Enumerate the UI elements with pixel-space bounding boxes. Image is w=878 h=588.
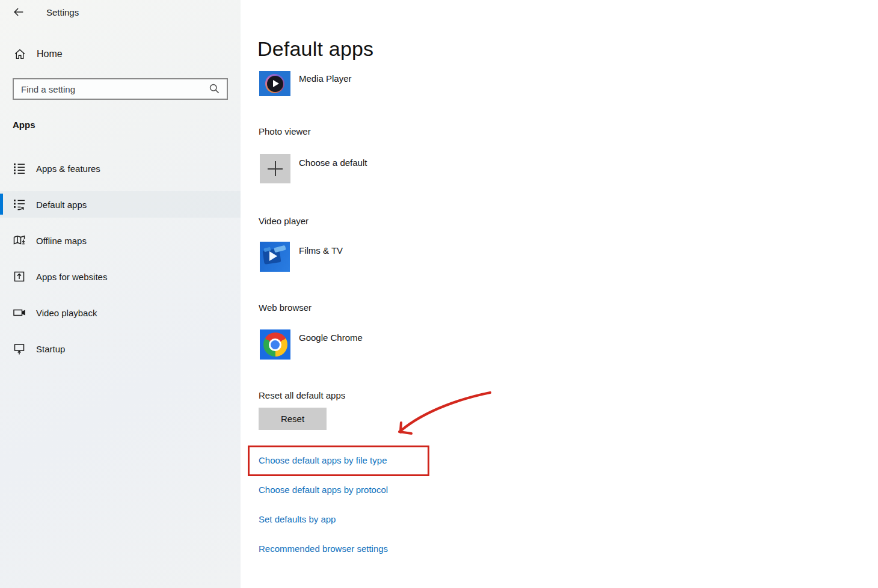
- sidebar-item-video-playback[interactable]: Video playback: [0, 299, 241, 326]
- sidebar-item-label: Startup: [36, 344, 65, 354]
- startup-icon: [12, 341, 26, 356]
- sidebar-section-apps: Apps: [13, 120, 35, 130]
- page-title: Default apps: [257, 37, 373, 61]
- default-apps-icon: [12, 197, 26, 212]
- annotation-arrow-icon: [385, 376, 505, 445]
- default-app-music[interactable]: Media Player: [299, 73, 352, 85]
- sidebar: Settings Home Apps: [0, 0, 241, 588]
- default-app-web-browser[interactable]: Google Chrome: [299, 332, 363, 344]
- sidebar-item-apps-for-websites[interactable]: Apps for websites: [0, 263, 241, 290]
- google-chrome-icon[interactable]: [260, 329, 290, 360]
- link-recommended-browser-settings[interactable]: Recommended browser settings: [259, 543, 388, 555]
- sidebar-item-startup[interactable]: Startup: [0, 335, 241, 362]
- sidebar-item-apps-features[interactable]: Apps & features: [0, 155, 241, 182]
- default-app-video-player[interactable]: Films & TV: [299, 245, 343, 257]
- sidebar-item-label: Video playback: [36, 308, 97, 318]
- reset-button[interactable]: Reset: [259, 408, 327, 430]
- link-choose-by-file-type[interactable]: Choose default apps by file type: [259, 455, 387, 467]
- media-player-ring: [265, 74, 284, 93]
- sidebar-item-default-apps[interactable]: Default apps: [0, 191, 241, 218]
- sidebar-item-label: Apps & features: [36, 164, 100, 174]
- category-photo-viewer: Photo viewer: [259, 126, 311, 138]
- link-set-defaults-by-app[interactable]: Set defaults by app: [259, 513, 336, 525]
- back-arrow-icon[interactable]: [12, 5, 25, 19]
- video-playback-icon: [12, 305, 26, 320]
- media-player-icon[interactable]: [259, 71, 290, 96]
- sidebar-item-offline-maps[interactable]: Offline maps: [0, 227, 241, 254]
- category-web-browser: Web browser: [259, 302, 312, 314]
- selected-accent-bar: [0, 194, 3, 215]
- default-app-photo-viewer[interactable]: Choose a default: [299, 157, 367, 169]
- home-icon: [13, 47, 26, 61]
- category-video-player: Video player: [259, 215, 309, 227]
- sidebar-item-home[interactable]: Home: [0, 41, 241, 67]
- sidebar-item-label: Home: [37, 49, 63, 60]
- apps-for-websites-icon: [12, 269, 26, 284]
- search-icon[interactable]: [207, 82, 222, 96]
- add-default-plus-icon[interactable]: [260, 154, 290, 183]
- titlebar: Settings: [0, 0, 241, 24]
- films-and-tv-icon[interactable]: [260, 242, 290, 272]
- sidebar-item-label: Apps for websites: [36, 272, 107, 282]
- reset-section-label: Reset all default apps: [259, 390, 345, 402]
- sidebar-item-label: Default apps: [36, 200, 87, 210]
- apps-features-icon: [12, 161, 26, 176]
- search-input[interactable]: [14, 79, 207, 99]
- sidebar-item-label: Offline maps: [36, 236, 87, 246]
- search-box: [13, 78, 228, 100]
- offline-maps-icon: [12, 233, 26, 248]
- link-choose-by-protocol[interactable]: Choose default apps by protocol: [259, 484, 388, 496]
- settings-window: Settings Home Apps: [0, 0, 878, 588]
- window-title: Settings: [46, 7, 79, 17]
